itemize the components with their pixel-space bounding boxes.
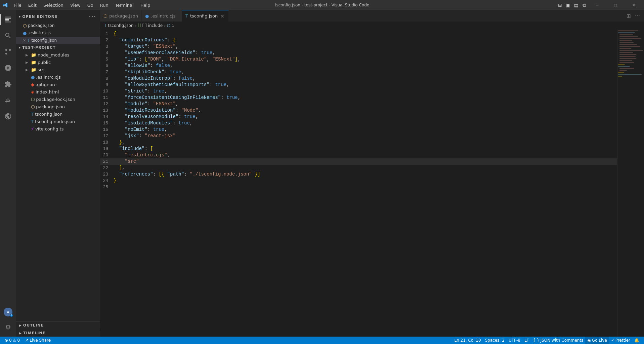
code-line-13: 13 "moduleResolution": "Node", — [100, 107, 617, 114]
tab-tsconfig-close-icon[interactable]: ✕ — [220, 13, 225, 20]
timeline-header[interactable]: ▶ TIMELINE — [16, 329, 100, 337]
breadcrumb-path-icon: [] — [138, 23, 141, 28]
line-content-13: "moduleResolution": "Node", — [114, 107, 617, 114]
line-content-8: "esModuleInterop": false, — [114, 75, 617, 82]
tree-package-lock[interactable]: ⬡ package-lock.json — [16, 95, 100, 103]
breadcrumb-path[interactable]: [ ] include — [142, 23, 163, 28]
breadcrumb-item-icon: ⬡ — [167, 23, 170, 28]
tab-bar-actions: ⊞ ··· — [622, 12, 644, 20]
menu-go[interactable]: Go — [84, 1, 97, 9]
split-editor-icon[interactable]: ⊞ — [625, 12, 632, 20]
line-content-22: ], — [114, 165, 617, 171]
outline-header[interactable]: ▶ OUTLINE — [16, 321, 100, 329]
code-line-11: 11 "forceConsistentCasingInFileNames": t… — [100, 94, 617, 101]
activity-extensions[interactable] — [0, 76, 16, 92]
svg-rect-9 — [619, 40, 632, 41]
menu-help[interactable]: Help — [137, 1, 154, 9]
titlebar-left: File Edit Selection View Go Run Terminal… — [3, 1, 154, 9]
minimize-button[interactable]: ─ — [590, 0, 605, 10]
tree-gitignore[interactable]: ◆ .gitignore — [16, 81, 100, 88]
open-editor-eslintrc[interactable]: ● .eslintrc.cjs ✕ — [16, 29, 100, 37]
tab-eslintrc-label: .eslintrc.cjs — [151, 13, 175, 18]
tree-index-html[interactable]: ◈ index.html — [16, 88, 100, 95]
menu-edit[interactable]: Edit — [25, 1, 40, 9]
activity-docker[interactable] — [0, 92, 16, 108]
node-modules-folder-icon: 📁 — [31, 52, 36, 58]
user-avatar[interactable]: A 1 — [4, 308, 12, 316]
status-encoding[interactable]: UTF-8 — [507, 337, 522, 344]
tree-eslintrc[interactable]: ● .eslintrc.cjs — [16, 73, 100, 81]
menu-run[interactable]: Run — [97, 1, 112, 9]
bell-icon: 🔔 — [634, 338, 639, 343]
main-app: A 1 ⚙ ▾ OPEN EDITORS ··· ⬡ package.json … — [0, 10, 644, 337]
code-line-9: 9 "allowSyntheticDefaultImports": true, — [100, 82, 617, 88]
breadcrumb-item[interactable]: 1 — [172, 23, 174, 28]
more-actions-icon[interactable]: ··· — [634, 12, 641, 20]
open-editor-package-json[interactable]: ⬡ package.json ✕ — [16, 22, 100, 29]
status-language[interactable]: { } JSON with Comments — [531, 337, 586, 344]
line-content-15: "isolatedModules": true, — [114, 120, 617, 126]
tree-package-json[interactable]: ⬡ package.json — [16, 103, 100, 110]
layout-toggle-icon[interactable]: ⊞ — [557, 2, 563, 8]
activity-explorer[interactable] — [0, 11, 16, 28]
project-header[interactable]: ▾ TEST-PROJECT — [16, 44, 100, 51]
menu-terminal[interactable]: Terminal — [112, 1, 137, 9]
tab-tsconfig[interactable]: T tsconfig.json ✕ — [182, 10, 229, 22]
tab-package-json[interactable]: ⬡ package.json — [100, 10, 142, 22]
line-num-15: 15 — [100, 120, 114, 126]
svg-rect-11 — [619, 44, 637, 45]
status-go-live[interactable]: ◉ Go Live — [585, 337, 609, 344]
open-editors-header[interactable]: ▾ OPEN EDITORS ··· — [16, 10, 100, 22]
menu-selection[interactable]: Selection — [40, 1, 67, 9]
activity-bar: A 1 ⚙ — [0, 10, 16, 337]
status-eol[interactable]: LF — [522, 337, 531, 344]
tree-public[interactable]: ▶ 📁 public — [16, 59, 100, 66]
tree-tsconfig[interactable]: T tsconfig.json — [16, 110, 100, 118]
svg-rect-4 — [618, 30, 638, 31]
status-errors[interactable]: ⊗ 0 ⚠ 0 — [3, 337, 22, 344]
activity-source-control[interactable] — [0, 44, 16, 60]
open-editors-more-icon[interactable]: ··· — [87, 13, 97, 21]
line-num-24: 24 — [100, 178, 114, 184]
status-spaces[interactable]: Spaces: 2 — [483, 337, 507, 344]
activity-remote[interactable] — [0, 108, 16, 124]
code-line-20: 20 ".eslintrc.cjs", — [100, 152, 617, 158]
status-live-share[interactable]: ↗ Live Share — [23, 337, 53, 344]
code-editor[interactable]: 1 { 2 "compilerOptions": { 3 "target": "… — [100, 29, 617, 337]
tab-eslintrc-icon: ● — [145, 13, 149, 18]
code-line-2: 2 "compilerOptions": { — [100, 37, 617, 43]
tab-tsconfig-icon: T — [185, 13, 188, 18]
layout-options-icon[interactable]: ⧉ — [582, 2, 587, 8]
line-content-23: "references": [{ "path": "./tsconfig.nod… — [114, 171, 617, 178]
menu-view[interactable]: View — [67, 1, 84, 9]
tree-tsconfig-node[interactable]: T tsconfig.node.json — [16, 118, 100, 125]
line-num-14: 14 — [100, 114, 114, 120]
close-button[interactable]: ✕ — [626, 0, 641, 10]
tree-vite-config[interactable]: ⚡ vite.config.ts — [16, 125, 100, 132]
status-right: Ln 21, Col 10 Spaces: 2 UTF-8 LF { } JSO… — [452, 337, 641, 344]
restore-button[interactable]: □ — [608, 0, 623, 10]
activity-search[interactable] — [0, 28, 16, 44]
activity-debug[interactable] — [0, 60, 16, 76]
sidebar-toggle-icon[interactable]: ▣ — [565, 2, 571, 8]
settings-icon[interactable]: ⚙ — [0, 319, 16, 335]
status-line-col[interactable]: Ln 21, Col 10 — [452, 337, 483, 344]
go-live-label: Go Live — [592, 338, 607, 343]
breadcrumb-file[interactable]: tsconfig.json — [108, 23, 133, 28]
live-share-label: Live Share — [30, 338, 51, 343]
tsconfig-node-file-icon: T — [31, 119, 34, 124]
line-num-5: 5 — [100, 56, 114, 63]
gitignore-label: .gitignore — [36, 82, 56, 87]
status-notifications[interactable]: 🔔 — [632, 337, 641, 344]
open-editor-tsconfig[interactable]: ✕ T tsconfig.json — [16, 37, 100, 44]
language-name: JSON with Comments — [541, 338, 584, 343]
panel-toggle-icon[interactable]: ▤ — [573, 2, 579, 8]
tree-src[interactable]: ▶ 📁 src — [16, 66, 100, 73]
status-prettier[interactable]: ✓ Prettier — [609, 337, 632, 344]
menu-file[interactable]: File — [11, 1, 25, 9]
tab-eslintrc[interactable]: ● .eslintrc.cjs — [142, 10, 182, 22]
line-num-13: 13 — [100, 107, 114, 114]
tab-package-json-icon: ⬡ — [103, 13, 107, 18]
tree-node-modules[interactable]: ▶ 📁 node_modules — [16, 51, 100, 59]
project-label: TEST-PROJECT — [22, 45, 56, 50]
